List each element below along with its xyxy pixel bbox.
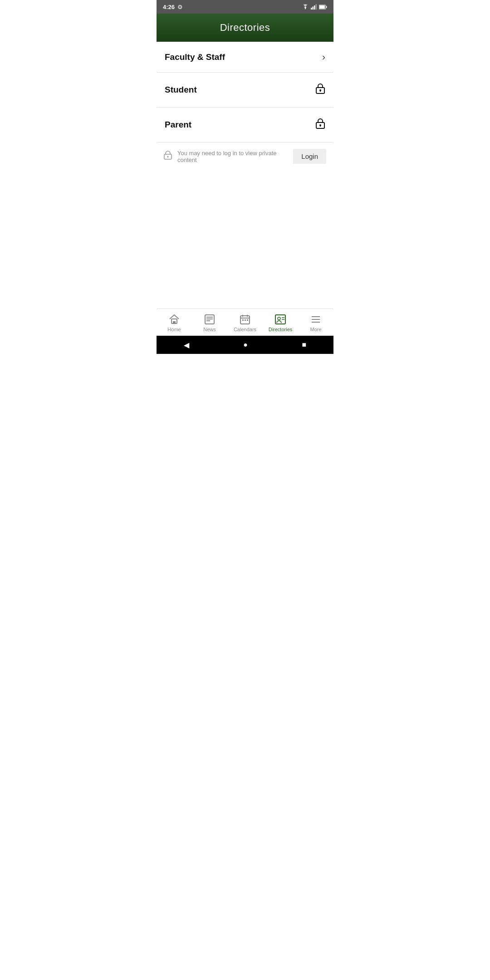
recents-button[interactable]: ■ bbox=[302, 341, 307, 349]
svg-rect-27 bbox=[245, 319, 246, 321]
svg-rect-1 bbox=[313, 7, 314, 10]
svg-rect-15 bbox=[167, 157, 168, 158]
student-label: Student bbox=[165, 85, 197, 95]
svg-rect-21 bbox=[206, 320, 210, 321]
svg-rect-17 bbox=[173, 321, 176, 323]
login-banner-text: You may need to log in to view private c… bbox=[177, 150, 288, 163]
svg-rect-2 bbox=[314, 5, 315, 10]
nav-directories-label: Directories bbox=[269, 327, 293, 332]
nav-more-label: More bbox=[310, 327, 321, 332]
battery-icon bbox=[319, 5, 327, 10]
svg-rect-19 bbox=[206, 317, 213, 318]
svg-rect-5 bbox=[319, 5, 325, 9]
back-button[interactable]: ◀ bbox=[184, 341, 189, 349]
nav-news[interactable]: News bbox=[192, 314, 227, 332]
calendars-icon bbox=[239, 314, 251, 325]
nav-home[interactable]: Home bbox=[157, 314, 192, 332]
nav-more[interactable]: More bbox=[298, 314, 333, 332]
page-title: Directories bbox=[220, 22, 270, 33]
faculty-staff-item[interactable]: Faculty & Staff › bbox=[157, 42, 333, 73]
chevron-right-icon: › bbox=[322, 52, 325, 62]
nav-home-label: Home bbox=[167, 327, 181, 332]
home-button[interactable]: ● bbox=[243, 341, 248, 349]
lock-icon-parent bbox=[315, 118, 325, 132]
android-nav-bar: ◀ ● ■ bbox=[157, 336, 333, 354]
status-time: 4:26 bbox=[163, 4, 175, 10]
svg-rect-28 bbox=[247, 319, 248, 321]
wifi-icon bbox=[302, 4, 309, 10]
more-icon bbox=[310, 314, 322, 325]
svg-rect-0 bbox=[311, 8, 312, 10]
login-lock-icon bbox=[164, 150, 172, 162]
login-button[interactable]: Login bbox=[293, 149, 326, 164]
page-header: Directories bbox=[157, 14, 333, 42]
svg-point-30 bbox=[278, 317, 280, 320]
svg-rect-9 bbox=[320, 90, 321, 92]
content-area: Faculty & Staff › Student Parent bbox=[157, 42, 333, 170]
parent-item[interactable]: Parent bbox=[157, 108, 333, 142]
svg-rect-3 bbox=[316, 4, 317, 10]
nav-news-label: News bbox=[203, 327, 216, 332]
svg-rect-20 bbox=[206, 318, 213, 319]
settings-icon: ⚙ bbox=[177, 4, 183, 10]
student-item[interactable]: Student bbox=[157, 73, 333, 108]
status-bar: 4:26 ⚙ bbox=[157, 0, 333, 14]
svg-rect-12 bbox=[320, 125, 321, 127]
parent-label: Parent bbox=[165, 120, 191, 130]
signal-icon bbox=[311, 4, 317, 10]
nav-directories[interactable]: Directories bbox=[263, 314, 298, 332]
faculty-staff-label: Faculty & Staff bbox=[165, 52, 225, 62]
status-left: 4:26 ⚙ bbox=[163, 4, 183, 10]
bottom-navigation: Home News Calendars bbox=[157, 309, 333, 336]
lock-icon-student bbox=[315, 83, 325, 97]
svg-rect-6 bbox=[326, 6, 327, 8]
status-right bbox=[302, 4, 327, 10]
nav-calendars-label: Calendars bbox=[234, 327, 256, 332]
svg-rect-26 bbox=[242, 319, 244, 321]
news-icon bbox=[204, 314, 216, 325]
home-icon bbox=[168, 314, 180, 325]
directories-icon bbox=[274, 314, 286, 325]
login-banner: You may need to log in to view private c… bbox=[157, 142, 333, 170]
nav-calendars[interactable]: Calendars bbox=[227, 314, 263, 332]
